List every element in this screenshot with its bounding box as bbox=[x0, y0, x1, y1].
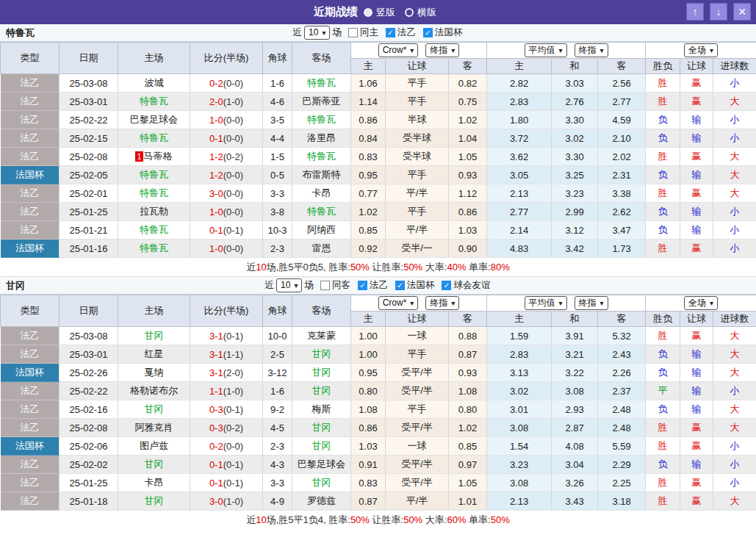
home-odds-cell: 0.85 bbox=[351, 221, 386, 240]
away-odds-cell: 1.03 bbox=[449, 221, 487, 240]
friendly-checkbox[interactable] bbox=[442, 281, 451, 290]
score-cell: 0-2(0-0) bbox=[190, 437, 263, 456]
team-link[interactable]: 甘冈 bbox=[312, 367, 331, 378]
handicap-result-cell: 赢 bbox=[680, 437, 713, 456]
home-team-cell: 1马蒂格 bbox=[118, 148, 190, 166]
result-cell: 负 bbox=[646, 203, 680, 221]
same-away-checkbox[interactable] bbox=[320, 281, 330, 290]
opponent-name: 巴斯蒂亚 bbox=[303, 96, 341, 107]
final-index-select-2[interactable]: 终指 bbox=[575, 296, 608, 310]
avg-away-cell: 2.25 bbox=[598, 474, 646, 492]
avg-home-cell: 3.72 bbox=[487, 129, 552, 148]
date-cell: 25-01-25 bbox=[60, 203, 118, 221]
same-home-label[interactable]: 同主 bbox=[360, 26, 378, 39]
horizontal-view-radio[interactable] bbox=[405, 8, 414, 17]
team-link[interactable]: 甘冈 bbox=[312, 477, 331, 488]
match-row: 法国杯25-02-06图卢兹0-2(0-0)2-3甘冈1.03一球0.851.5… bbox=[1, 437, 756, 456]
goals-cell: 小 bbox=[713, 456, 756, 474]
away-team-cell: 甘冈 bbox=[292, 437, 351, 456]
team-link[interactable]: 甘冈 bbox=[312, 440, 331, 451]
away-odds-cell: 0.75 bbox=[449, 93, 487, 111]
avg-away-cell: 2.77 bbox=[598, 93, 646, 111]
away-team-cell: 巴斯蒂亚 bbox=[292, 93, 351, 111]
team-link[interactable]: 甘冈 bbox=[145, 330, 164, 341]
ligue2-label[interactable]: 法乙 bbox=[370, 279, 388, 292]
close-button[interactable]: ✕ bbox=[733, 3, 751, 21]
ligue2-label[interactable]: 法乙 bbox=[397, 26, 416, 39]
avg-away-cell: 2.37 bbox=[598, 382, 646, 400]
match-count-select[interactable]: 10 bbox=[304, 26, 330, 40]
opponent-name: 洛里昂 bbox=[307, 132, 336, 143]
away-team-cell: 布雷斯特 bbox=[292, 166, 351, 184]
avg-home-cell: 3.01 bbox=[487, 400, 552, 419]
vertical-view-radio[interactable] bbox=[364, 8, 372, 17]
friendly-label[interactable]: 球会友谊 bbox=[453, 279, 490, 292]
result-cell: 负 bbox=[646, 456, 680, 474]
horizontal-view-label[interactable]: 横版 bbox=[417, 6, 436, 19]
coupe-checkbox[interactable] bbox=[423, 28, 433, 37]
result-cell: 负 bbox=[646, 400, 680, 419]
team-link[interactable]: 特鲁瓦 bbox=[140, 242, 168, 253]
home-odds-cell: 1.02 bbox=[351, 203, 386, 221]
vertical-view-label[interactable]: 竖版 bbox=[376, 6, 395, 19]
team-link[interactable]: 特鲁瓦 bbox=[140, 132, 168, 143]
team-link[interactable]: 甘冈 bbox=[145, 403, 164, 414]
team-link[interactable]: 甘冈 bbox=[312, 385, 331, 396]
home-odds-cell: 0.77 bbox=[351, 184, 386, 203]
full-match-select[interactable]: 全场 bbox=[684, 296, 718, 310]
result-cell: 胜 bbox=[646, 240, 680, 258]
match-count-select[interactable]: 10 bbox=[276, 278, 302, 292]
avg-away-cell: 2.26 bbox=[598, 364, 646, 382]
home-odds-cell: 0.83 bbox=[351, 148, 386, 166]
move-up-button[interactable]: ↑ bbox=[686, 3, 704, 21]
odds-source-select[interactable]: Crow* bbox=[378, 43, 419, 57]
league-cell: 法国杯 bbox=[1, 437, 60, 456]
final-index-select[interactable]: 终指 bbox=[425, 296, 459, 310]
team-link[interactable]: 甘冈 bbox=[145, 458, 164, 469]
home-odds-cell: 1.06 bbox=[351, 74, 386, 93]
score-cell: 3-1(1-1) bbox=[190, 345, 263, 364]
same-away-label[interactable]: 同客 bbox=[332, 279, 350, 292]
match-row: 法乙25-02-22格勒诺布尔1-1(1-0)1-6甘冈0.80受平/半1.08… bbox=[1, 382, 756, 400]
match-row: 法乙25-01-18甘冈3-0(1-0)4-9罗德兹0.87平/半1.012.1… bbox=[1, 492, 756, 511]
avg-away-cell: 2.29 bbox=[598, 456, 646, 474]
team-link[interactable]: 特鲁瓦 bbox=[307, 77, 336, 88]
team-link[interactable]: 甘冈 bbox=[312, 348, 331, 359]
team-link[interactable]: 特鲁瓦 bbox=[140, 169, 168, 180]
score-cell: 3-1(0-1) bbox=[190, 327, 263, 345]
ligue2-checkbox[interactable] bbox=[358, 281, 367, 290]
ligue2-checkbox[interactable] bbox=[386, 28, 395, 37]
full-match-select[interactable]: 全场 bbox=[684, 43, 718, 57]
coupe-label[interactable]: 法国杯 bbox=[407, 279, 435, 292]
match-row: 法乙25-01-25卡昂0-1(0-1)3-3甘冈0.83受平/半1.053.0… bbox=[1, 474, 756, 492]
team-link[interactable]: 特鲁瓦 bbox=[140, 96, 168, 107]
average-select[interactable]: 平均值 bbox=[525, 296, 567, 310]
team-link[interactable]: 甘冈 bbox=[312, 422, 331, 433]
close-icon: ✕ bbox=[738, 6, 746, 18]
team-link[interactable]: 特鲁瓦 bbox=[140, 187, 168, 198]
coupe-label[interactable]: 法国杯 bbox=[435, 26, 463, 39]
same-home-checkbox[interactable] bbox=[348, 28, 358, 37]
final-index-select[interactable]: 终指 bbox=[425, 43, 459, 57]
team-link[interactable]: 特鲁瓦 bbox=[307, 151, 336, 162]
team-name: 甘冈 bbox=[6, 279, 25, 292]
team-link[interactable]: 甘冈 bbox=[145, 495, 164, 506]
coupe-checkbox[interactable] bbox=[395, 281, 405, 290]
move-down-button[interactable]: ↓ bbox=[710, 3, 727, 21]
team-link[interactable]: 特鲁瓦 bbox=[307, 114, 336, 125]
handicap-cell: 平手 bbox=[386, 203, 449, 221]
home-odds-cell: 0.87 bbox=[351, 492, 386, 511]
odds-source-select[interactable]: Crow* bbox=[378, 296, 419, 310]
date-cell: 25-01-21 bbox=[60, 221, 118, 240]
team-link[interactable]: 特鲁瓦 bbox=[307, 206, 336, 217]
corner-cell: 10-3 bbox=[263, 221, 292, 240]
result-cell: 胜 bbox=[646, 474, 680, 492]
date-cell: 25-02-22 bbox=[60, 111, 118, 129]
home-odds-cell: 0.86 bbox=[351, 111, 386, 129]
home-team-cell: 波城 bbox=[118, 74, 190, 93]
col-result: 胜负 bbox=[646, 312, 680, 327]
average-select[interactable]: 平均值 bbox=[525, 43, 567, 57]
final-index-select-2[interactable]: 终指 bbox=[575, 43, 608, 57]
col-handicap: 让球 bbox=[386, 312, 449, 327]
team-link[interactable]: 特鲁瓦 bbox=[140, 224, 168, 235]
